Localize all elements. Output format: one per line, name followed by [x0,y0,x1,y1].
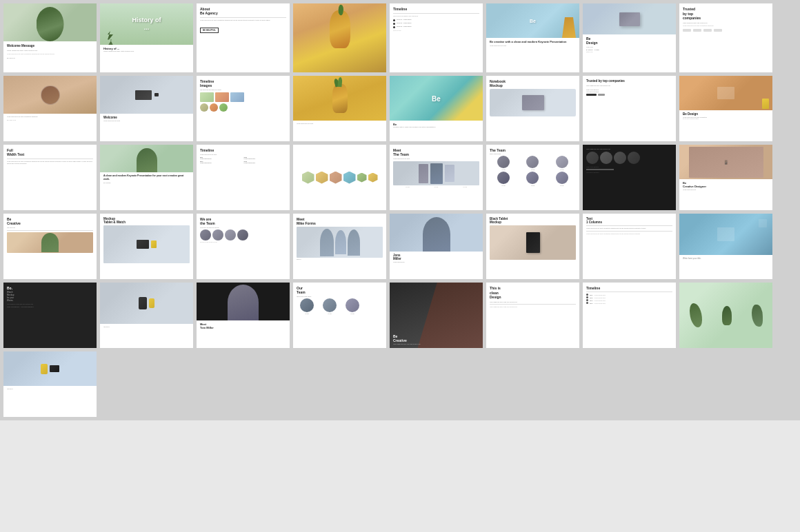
slide-be-design-1[interactable]: BeDesign CREATIVE ● MOBILE ● WEB watch i… [583,3,676,72]
slide-tablet-watch[interactable]: MockupTablet & Watch [100,214,193,279]
slide-clean-design[interactable]: This iscleanDesign Nase magmona dleor no… [486,283,579,348]
slide-keynote-desc[interactable]: A clean and modern Keynote Presentation … [100,145,193,210]
slide-timeline-images[interactable]: TimelineImages Ola srona lao deo dlam fr… [197,76,290,141]
slide-trusted-2[interactable]: Trusted by top companies Nase magmona dl… [583,76,676,141]
slide-our-team[interactable]: OurTeam Team orhoo rode merus. NAME NAME… [293,283,386,348]
slide-meet-mike[interactable]: MeetMike Forms DETAIL [293,214,386,279]
slide-about-agency[interactable]: AboutBe Agency Lorem ipsum dolor sit ame… [197,3,290,72]
slide-plants-hex[interactable] [293,145,386,210]
slide-be-creative-text[interactable]: BeCreative Ola srona lao [3,214,97,279]
slide-pineapple[interactable] [293,3,386,72]
slide-history[interactable]: History of... History of ... Mahe magmon… [100,3,193,72]
slide-jons-miller[interactable]: JonsMiller Lorem ipsum dolor [390,214,483,279]
slide-timeline-1[interactable]: Timeline Norha innmo leo ideas in draz d… [390,3,483,72]
slide-timeline-2[interactable]: Timeline Lorem ipsum dolor sit amet 2001… [197,145,290,210]
slide-plants-small[interactable] [679,283,772,348]
slide-text-1col[interactable]: Text1 Columns Lorem ipsum dolor sit amet… [583,214,676,279]
slide-welcome-camera[interactable]: Welcome Lorem ipsum dolor sit amet [100,76,193,141]
slide-people-dark[interactable]: Nase magmona dleor nate laolacre sdo. CR… [583,145,676,210]
presentation-grid: Welcome Message Mahe magmona dleor nate … [0,0,800,420]
slide-black-tablet[interactable]: Black TabletMockup [486,214,579,279]
slide-dark-watch[interactable]: Bo. WatchMockupfor yourWores. More fireo… [3,283,97,348]
slide-full-width-text[interactable]: FullWidth Text Lorem ipsum dolor sit ame… [3,145,97,210]
slide-plant-photo[interactable]: Write here your title. [679,214,772,279]
slide-be-creative-designer[interactable]: 📱 BeCreative Designer Lorem ipsum dolor … [679,145,772,210]
slide-meet-team[interactable]: MeetThe Team Lorem ipsum dolor sit amet … [390,145,483,210]
slide-watch-promo[interactable]: HELPFUL [3,351,97,417]
slide-trusted-1[interactable]: Trustedby topcompanies Maise magmona dle… [679,3,772,72]
slide-be-teal[interactable]: Be Be creative with a clean and modern K… [390,76,483,141]
slide-notebook-mockup[interactable]: NotebookMockup [486,76,579,141]
slide-be-design-photo[interactable]: Be Design Lorem ipsum dolor sit amet con… [679,76,772,141]
slide-be-creative[interactable]: Be Be creative with a clean and modern K… [486,3,579,72]
slide-meet-tom[interactable]: MeetTom Miller [197,283,290,348]
slide-title: Welcome Message [7,44,93,48]
slide-timeline-3[interactable]: Timeline 2001 Lorem ipsum dolor 2005 Lor… [583,283,676,348]
slide-welcome-message[interactable]: Welcome Message Mahe magmona dleor nate … [3,3,97,72]
slide-smiling-face[interactable]: Lorem ipsum dolor sit amet consectetur a… [3,76,97,141]
slide-pineapple-plants[interactable]: Lorem ipsum dolor sit amet [293,76,386,141]
slide-watch-ad[interactable]: HELPFUL [100,283,193,348]
slide-the-team[interactable]: The Team Draon rode merus. NAME NAME NAM… [486,145,579,210]
slide-be-creative-woman[interactable]: BeCreative Nase magmona dleor rode mas l… [390,283,483,348]
slide-we-are-team[interactable]: We arethe Team Oua srona lao dlam fron d… [197,214,290,279]
